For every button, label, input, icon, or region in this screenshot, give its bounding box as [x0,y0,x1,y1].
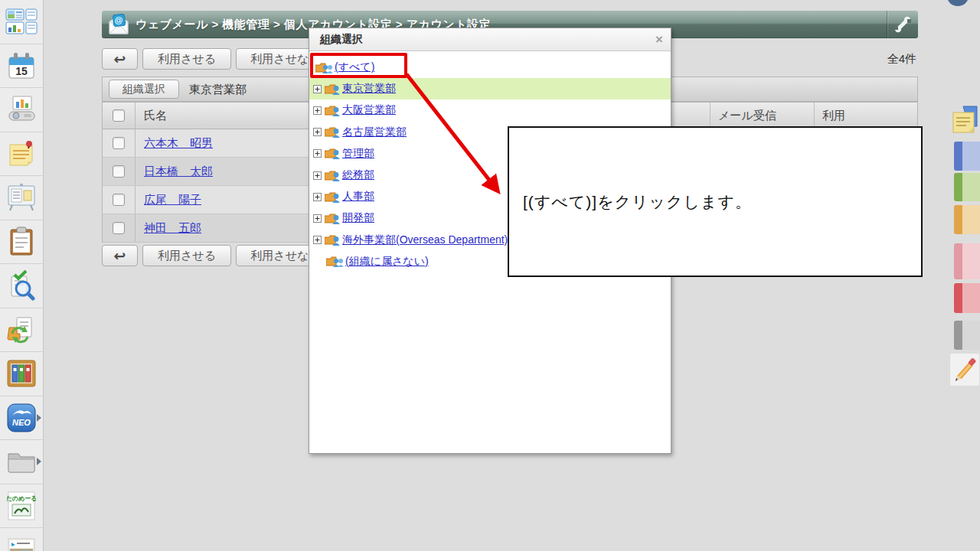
folder-icon [6,449,37,474]
webmail-icon: @ [107,14,132,38]
instruction-callout: [(すべて)]をクリックします。 [508,126,923,277]
facility-icon [6,95,37,124]
expand-plus-icon[interactable] [313,128,322,136]
back-arrow-icon: ↩ [114,52,126,67]
row-checkbox[interactable] [113,194,125,206]
select-all-checkbox[interactable] [113,109,125,122]
sidebar-item-search[interactable] [0,264,43,308]
schedule-icon: 15 [7,51,36,80]
neo-icon: NEO [6,403,37,433]
color-tab-gray[interactable] [954,321,980,350]
dialog-title: 組織選択 [320,33,363,47]
close-icon[interactable]: × [655,32,663,47]
sidebar-item-portal[interactable] [0,0,43,44]
expand-plus-icon[interactable] [313,106,322,115]
back-arrow-icon: ↩ [114,249,126,263]
allow-use-button-top[interactable]: 利用させる [142,48,231,70]
color-tab-red[interactable] [954,283,980,313]
org-folder-icon [325,233,340,246]
submenu-arrow-icon [37,458,41,465]
cut-off-app-icon[interactable] [947,0,969,6]
search-icon [7,270,36,301]
instruction-text: [(すべて)]をクリックします。 [523,191,752,213]
submenu-arrow-icon [37,414,41,422]
org-select-button[interactable]: 組織選択 [109,80,179,99]
col-header-mail-receive: メール受信 [710,103,815,129]
expand-plus-icon[interactable] [313,171,322,180]
org-folder-icon [325,191,340,204]
sidebar-item-workflow[interactable] [0,308,43,353]
org-folder-icon [325,104,340,117]
color-tab-pink[interactable] [954,243,980,279]
sidebar-item-tanomail[interactable]: たのめーる [0,484,43,529]
current-org-label: 東京営業部 [189,77,247,103]
color-tab-green[interactable] [954,173,980,201]
color-tab-orange[interactable] [954,205,980,234]
back-button-bottom[interactable]: ↩ [102,245,138,266]
org-group-icon [326,255,343,268]
sidebar-item-facility[interactable] [0,88,43,132]
color-tab-blue[interactable] [954,142,980,171]
svg-text:@: @ [114,15,123,24]
app-sidebar: 15 [0,0,44,551]
sidebar-item-circular[interactable] [0,176,43,220]
todo-icon [8,227,34,257]
sidebar-item-cabinet[interactable] [0,352,43,396]
user-name-link[interactable]: 六本木 昭男 [144,136,213,151]
org-folder-icon [325,169,340,182]
cabinet-icon [6,359,37,388]
user-name-link[interactable]: 神田 五郎 [144,221,201,236]
svg-text:15: 15 [15,65,28,77]
row-checkbox[interactable] [113,137,125,149]
expand-plus-icon[interactable] [313,149,322,158]
expand-plus-icon[interactable] [313,236,322,244]
org-folder-icon [325,147,340,160]
edit-pencil-icon[interactable] [949,353,980,386]
sidebar-item-neo[interactable]: NEO [0,396,43,441]
sidebar-item-schedule[interactable]: 15 [0,44,43,89]
settings-button[interactable] [887,11,918,38]
portal-icon [5,8,38,34]
total-count-label: 全4件 [796,52,916,67]
sidebar-item-banner[interactable] [0,528,43,551]
sidebar-item-todo[interactable] [0,220,43,265]
tanomail-icon: たのめーる [7,491,36,521]
sidebar-item-folder[interactable] [0,440,43,484]
org-folder-icon [325,126,340,139]
allow-use-button-bottom[interactable]: 利用させる [142,245,231,266]
expand-plus-icon[interactable] [313,193,322,201]
svg-text:NEO: NEO [12,418,31,427]
guide-arrow [390,61,521,214]
back-button[interactable]: ↩ [102,48,138,70]
user-name-link[interactable]: 広尾 陽子 [144,193,201,207]
workflow-icon [6,315,37,344]
expand-plus-icon[interactable] [313,214,322,223]
expand-plus-icon[interactable] [313,85,322,93]
board-icon [6,183,37,212]
memo-icon [7,139,36,168]
svg-text:たのめーる: たのめーる [7,495,36,502]
sidebar-item-memo[interactable] [0,132,43,177]
user-name-link[interactable]: 日本橋 太郎 [144,165,213,179]
col-header-use: 利用 [815,103,917,129]
org-folder-icon [325,212,340,225]
row-checkbox[interactable] [113,222,125,234]
banner-icon [7,538,36,551]
notes-shortcut-icon[interactable] [952,105,980,139]
wrench-icon [894,16,911,33]
org-folder-icon [325,83,340,96]
row-checkbox[interactable] [113,165,125,178]
dialog-titlebar: 組織選択 × [309,28,671,51]
